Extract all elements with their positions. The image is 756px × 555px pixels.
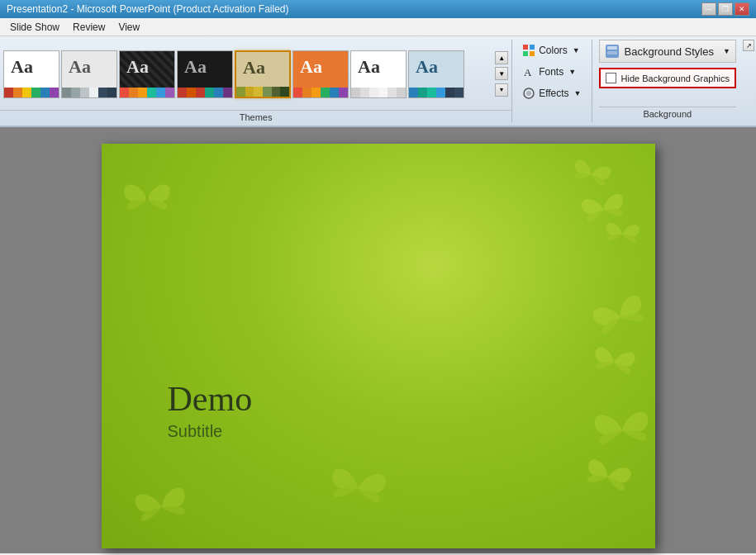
svg-rect-3 [530, 51, 535, 56]
theme-default[interactable]: Aa [3, 50, 59, 98]
fonts-label: Fonts [539, 66, 563, 78]
ribbon-expand-button[interactable]: ↗ [743, 40, 754, 51]
theme-very-dark[interactable]: Aa [177, 50, 233, 98]
close-button[interactable]: ✕ [735, 2, 749, 16]
themes-label: Themes [0, 110, 511, 126]
slide-content: Demo Subtitle [168, 379, 253, 441]
theme-thumbnails: Aa Aa [3, 50, 492, 98]
effects-button[interactable]: Effects ▼ [519, 83, 584, 104]
slide-subtitle: Subtitle [168, 422, 253, 441]
theme-orange[interactable]: Aa [292, 50, 349, 98]
svg-rect-2 [523, 51, 528, 56]
butterfly-right-mid-2 [586, 338, 642, 387]
butterfly-bottom-left [126, 477, 196, 537]
butterfly-bottom-center [321, 458, 393, 520]
effects-dropdown-icon: ▼ [574, 89, 582, 97]
slide[interactable]: Demo Subtitle [102, 144, 655, 548]
theme-scroll-arrows: ▲ ▼ ▾ [495, 50, 508, 98]
colors-dropdown-icon: ▼ [573, 46, 580, 55]
content-area: Demo Subtitle [0, 127, 756, 553]
effects-label: Effects [539, 88, 568, 99]
ribbon-expand: ↗ [743, 36, 756, 126]
background-styles-icon [605, 44, 620, 59]
scroll-down-arrow[interactable]: ▼ [495, 67, 508, 80]
restore-button[interactable]: ❐ [718, 2, 733, 16]
scroll-up-arrow[interactable]: ▲ [495, 51, 508, 64]
design-options-section: Colors ▼ A Fonts ▼ Effects ▼ . [512, 36, 591, 126]
fonts-dropdown-icon: ▼ [568, 68, 576, 76]
svg-point-10 [145, 195, 148, 204]
theme-gray[interactable]: Aa [61, 50, 117, 98]
svg-text:A: A [524, 66, 532, 78]
fonts-icon: A [522, 65, 535, 78]
slide-title: Demo [168, 379, 253, 419]
background-styles-label: Background Styles [625, 45, 714, 58]
svg-rect-9 [607, 51, 617, 55]
menu-view[interactable]: View [112, 20, 146, 35]
background-section: Background Styles ▼ Hide Background Grap… [592, 36, 743, 126]
background-styles-dropdown: ▼ [723, 47, 730, 55]
svg-rect-8 [607, 46, 617, 50]
colors-label: Colors [539, 45, 568, 56]
hide-background-graphics-container[interactable]: Hide Background Graphics [599, 68, 736, 88]
ribbon: Aa Aa [0, 36, 756, 127]
app-title: Presentation2 - Microsoft PowerPoint (Pr… [7, 3, 288, 15]
butterfly-top-right-3 [600, 216, 644, 253]
menu-slideshow[interactable]: Slide Show [3, 20, 66, 35]
background-section-label: Background [599, 107, 736, 122]
svg-point-6 [526, 91, 531, 96]
themes-row: Aa Aa [0, 36, 511, 110]
effects-icon [522, 87, 535, 100]
title-bar: Presentation2 - Microsoft PowerPoint (Pr… [0, 0, 756, 18]
colors-button[interactable]: Colors ▼ [519, 40, 584, 61]
theme-dark-striped[interactable]: Aa [119, 50, 175, 98]
svg-rect-0 [523, 45, 528, 50]
background-styles-button[interactable]: Background Styles ▼ [599, 40, 736, 63]
theme-warm-active[interactable]: Aa [235, 50, 291, 98]
hide-background-graphics-label: Hide Background Graphics [621, 74, 730, 83]
butterfly-top-left [118, 177, 176, 222]
colors-icon [522, 44, 535, 57]
hide-background-graphics-checkbox[interactable] [606, 73, 616, 83]
theme-blue-green[interactable]: Aa [408, 50, 464, 98]
themes-section: Aa Aa [0, 36, 511, 126]
theme-plain-white[interactable]: Aa [350, 50, 407, 98]
menu-bar: Slide Show Review View [0, 18, 756, 36]
scroll-more-arrow[interactable]: ▾ [495, 83, 508, 97]
svg-rect-1 [530, 45, 535, 50]
window-controls: ─ ❐ ✕ [701, 2, 749, 16]
menu-review[interactable]: Review [66, 20, 112, 35]
minimize-button[interactable]: ─ [701, 2, 716, 16]
fonts-button[interactable]: A Fonts ▼ [519, 61, 584, 83]
